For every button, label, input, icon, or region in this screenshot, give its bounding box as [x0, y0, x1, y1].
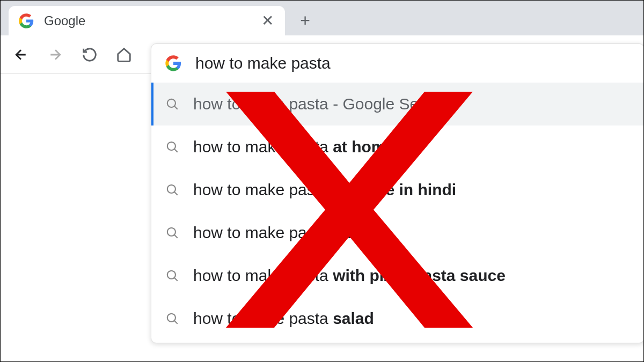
home-button[interactable] — [109, 40, 139, 70]
suggestion-item[interactable]: how to make pasta with pizza pasta sauce — [151, 254, 644, 297]
suggestion-text: how to make pasta - Google Search — [193, 95, 450, 113]
google-g-icon — [165, 55, 182, 72]
svg-line-5 — [174, 192, 178, 195]
address-input[interactable] — [195, 54, 631, 72]
suggestion-item[interactable]: how to make pasta salad — [151, 297, 644, 340]
svg-point-6 — [167, 228, 175, 236]
svg-point-0 — [167, 99, 175, 107]
suggestion-text: how to make pasta at home in hindi — [193, 181, 456, 199]
tab-strip: Google ✕ + — [1, 1, 643, 35]
svg-point-8 — [167, 271, 175, 279]
browser-tab[interactable]: Google ✕ — [9, 6, 285, 35]
search-icon — [165, 268, 180, 283]
svg-line-1 — [174, 106, 178, 109]
suggestion-text: how to make pasta sauce — [193, 224, 378, 242]
svg-line-7 — [174, 235, 178, 238]
svg-line-9 — [174, 278, 178, 281]
svg-line-11 — [174, 321, 178, 324]
svg-point-2 — [167, 142, 175, 150]
suggestions-list: how to make pasta - Google Searchhow to … — [151, 83, 644, 343]
suggestion-text: how to make pasta salad — [193, 309, 374, 328]
suggestion-item[interactable]: how to make pasta at home in hindi — [151, 168, 644, 211]
search-icon — [165, 182, 180, 197]
suggestion-item[interactable]: how to make pasta sauce — [151, 211, 644, 254]
tab-title: Google — [44, 13, 259, 28]
address-bar[interactable] — [151, 44, 644, 83]
search-icon — [165, 311, 180, 326]
new-tab-button[interactable]: + — [290, 6, 320, 35]
reload-button[interactable] — [75, 40, 105, 70]
search-icon — [165, 225, 180, 240]
suggestion-item[interactable]: how to make pasta - Google Search — [151, 83, 644, 125]
search-icon — [165, 139, 180, 154]
suggestion-text: how to make pasta at home — [193, 138, 394, 156]
svg-line-3 — [174, 149, 178, 152]
search-icon — [165, 97, 180, 112]
suggestion-text: how to make pasta with pizza pasta sauce — [193, 267, 506, 285]
back-button[interactable] — [6, 40, 36, 70]
svg-point-4 — [167, 185, 175, 193]
suggestion-item[interactable]: how to make pasta at home — [151, 125, 644, 168]
svg-point-10 — [167, 314, 175, 322]
omnibox-dropdown: how to make pasta - Google Searchhow to … — [151, 43, 644, 343]
google-g-icon — [18, 13, 34, 29]
close-icon[interactable]: ✕ — [259, 12, 275, 29]
forward-button[interactable] — [40, 40, 70, 70]
